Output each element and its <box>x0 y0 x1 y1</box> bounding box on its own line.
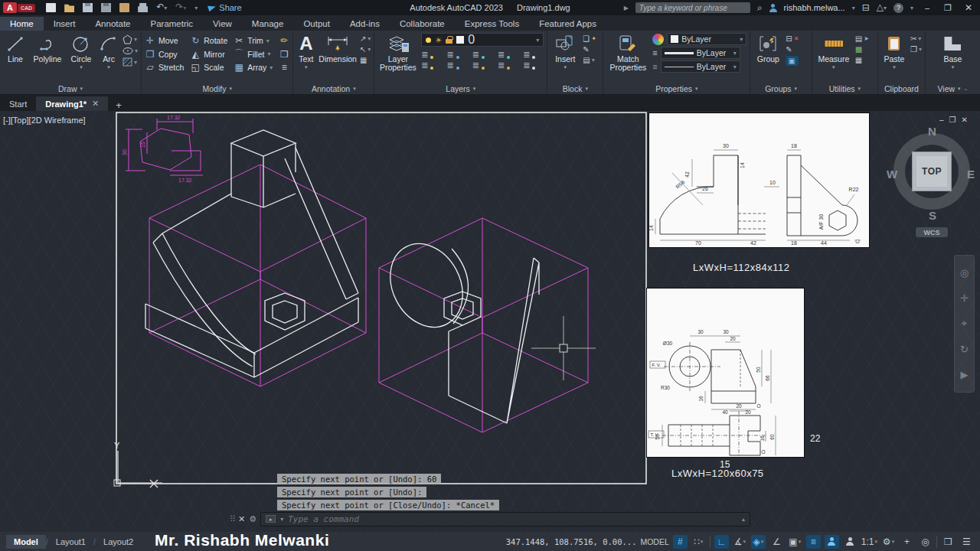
autodesk-account-icon[interactable]: △▾ <box>877 2 887 13</box>
tab-parametric[interactable]: Parametric <box>141 17 204 31</box>
layer-freeze-button[interactable]: ≣ <box>472 50 484 60</box>
model-tab[interactable]: Model <box>6 535 46 549</box>
compass-south[interactable]: S <box>929 209 936 222</box>
stretch-button[interactable]: ▱Stretch <box>145 62 184 73</box>
tab-view[interactable]: View <box>203 17 242 31</box>
object-snap-tracking-toggle[interactable]: ∠ <box>769 535 784 549</box>
annotation-monitor-plus-button[interactable]: + <box>900 535 914 549</box>
panel-label-properties[interactable]: Properties▾ <box>603 83 750 94</box>
panel-label-clipboard[interactable]: Clipboard <box>878 83 925 94</box>
plot-icon[interactable] <box>119 3 129 12</box>
scale-button[interactable]: ◱Scale <box>190 62 227 73</box>
save-icon[interactable] <box>83 3 93 12</box>
lineweight-list-icon[interactable]: ≡ <box>652 48 657 57</box>
isodraft-toggle[interactable]: ◈▾ <box>751 535 766 549</box>
viewport-restore-icon[interactable]: ❐ <box>949 116 956 124</box>
viewcube[interactable]: N W E S TOP <box>888 128 975 223</box>
user-caret-icon[interactable]: ▾ <box>852 5 855 11</box>
layer-unlock-button[interactable]: ≣ <box>498 60 509 70</box>
define-attributes-button[interactable]: ✎ <box>583 45 596 54</box>
group-edit-button[interactable]: ✎ <box>786 45 799 54</box>
line-button[interactable]: Line <box>3 33 28 64</box>
qat-customize-icon[interactable]: ▾ <box>194 5 198 11</box>
workspace-gear-button[interactable]: ⚙▾ <box>881 535 896 549</box>
multileader-button[interactable]: ↖▾ <box>360 45 371 54</box>
layout2-tab[interactable]: Layout2 <box>96 535 141 549</box>
circle-button[interactable]: Circle ▾ <box>67 33 95 70</box>
command-expand-icon[interactable]: ▴ <box>742 516 745 523</box>
arc-button[interactable]: Arc ▾ <box>98 33 119 70</box>
rotate-button[interactable]: ↻Rotate <box>190 35 227 46</box>
arc-caret-icon[interactable]: ▾ <box>107 64 110 70</box>
command-drag-handle[interactable]: ⠿ <box>230 514 234 524</box>
command-prompt-icon[interactable]: ▸ <box>266 515 276 523</box>
app-store-cart-icon[interactable]: ⊟ <box>862 3 870 12</box>
insert-button[interactable]: Insert ▾ <box>550 33 580 70</box>
layer-dropdown[interactable]: ☀ 0 ▾ <box>421 33 544 47</box>
color-wheel-icon[interactable] <box>652 34 664 45</box>
layer-freeze-sun-icon[interactable]: ☀ <box>435 36 442 44</box>
linetype-dropdown[interactable]: ByLayer ▾ <box>661 60 740 73</box>
manage-attributes-button[interactable]: ▤▾ <box>583 56 596 64</box>
panel-label-view[interactable]: View▾⌄ <box>926 83 980 94</box>
copy-button[interactable]: ❐Copy <box>145 49 184 60</box>
viewport-minimize-icon[interactable]: – <box>939 116 944 124</box>
compass-north[interactable]: N <box>928 125 936 138</box>
search-icon[interactable]: ⌕ <box>757 3 763 12</box>
viewport-close-icon[interactable]: ✕ <box>962 116 968 124</box>
minimize-button[interactable]: – <box>920 3 934 12</box>
compass-east[interactable]: E <box>967 168 975 181</box>
layer-on-button[interactable]: ≣ <box>421 60 433 70</box>
isolate-objects-button[interactable]: ◎ <box>918 535 933 549</box>
command-recent-caret-icon[interactable]: ▾ <box>280 516 283 523</box>
zoom-icon[interactable]: ⌖ <box>962 318 967 330</box>
grid-toggle[interactable]: # <box>673 535 688 549</box>
ellipse-button[interactable]: ▾ <box>122 47 138 55</box>
tab-addins[interactable]: Add-ins <box>340 17 390 31</box>
copy-clip-button[interactable]: ❐▾ <box>910 45 922 54</box>
offset-button[interactable]: ≡ <box>279 62 289 73</box>
paste-caret-icon[interactable]: ▾ <box>893 64 896 70</box>
autoscale-toggle[interactable] <box>843 535 858 549</box>
group-button[interactable]: Group <box>753 33 782 64</box>
dimension-button[interactable]: Dimension <box>318 33 357 64</box>
quick-select-button[interactable]: ▤➤ <box>855 34 869 43</box>
panel-label-annotation[interactable]: Annotation▾ <box>293 83 374 94</box>
redo-icon[interactable]: ↷▾ <box>175 2 186 13</box>
circle-caret-icon[interactable]: ▾ <box>80 64 83 70</box>
layer-color-swatch[interactable] <box>456 36 464 44</box>
search-input[interactable] <box>635 2 750 13</box>
lineweight-dropdown[interactable]: ByLayer ▾ <box>661 47 740 59</box>
customization-menu-button[interactable]: ☰ <box>959 535 974 549</box>
panel-label-utilities[interactable]: Utilities▾ <box>812 83 877 94</box>
layer-match-button[interactable]: ≣ <box>523 50 534 60</box>
file-tab-drawing1[interactable]: Drawing1*✕ <box>36 96 108 111</box>
panel-label-modify[interactable]: Modify▾ <box>142 83 292 94</box>
tab-home[interactable]: Home <box>0 17 44 31</box>
clean-screen-button[interactable]: ❒ <box>941 535 956 549</box>
lineweight-toggle[interactable]: ≡ <box>806 535 821 549</box>
layer-unisolate-button[interactable]: ≣ <box>447 60 459 70</box>
new-file-icon[interactable] <box>46 3 56 12</box>
print-icon[interactable] <box>138 3 148 12</box>
linetype-list-icon[interactable]: ≡ <box>652 62 657 71</box>
help-icon[interactable]: ? <box>893 3 903 13</box>
layout1-tab[interactable]: Layout1 <box>48 535 93 549</box>
wcs-menu[interactable]: WCS <box>916 227 948 237</box>
quick-calculator-button[interactable]: ▦ <box>855 56 869 64</box>
measure-caret-icon[interactable]: ▾ <box>832 64 835 70</box>
save-as-icon[interactable] <box>101 3 111 12</box>
layer-isolate-button[interactable]: ≣ <box>447 50 459 60</box>
command-customize-wrench-icon[interactable]: ⚙ <box>249 514 256 524</box>
erase-button[interactable]: ✏ <box>279 35 289 46</box>
panel-label-draw[interactable]: Draw▾ <box>0 83 141 94</box>
polygon-button[interactable]: ▾ <box>122 34 138 44</box>
object-color-dropdown[interactable]: ByLayer ▾ <box>667 33 746 45</box>
showmotion-icon[interactable]: ▶ <box>961 369 969 380</box>
model-space-badge[interactable]: MODEL <box>640 535 668 549</box>
layer-thaw-button[interactable]: ≣ <box>472 60 484 70</box>
move-button[interactable]: ✛Move <box>145 35 184 46</box>
polar-tracking-toggle[interactable]: ∡▾ <box>733 535 747 549</box>
select-all-button[interactable]: ▩ <box>855 45 869 54</box>
help-caret-icon[interactable]: ▾ <box>910 5 913 11</box>
